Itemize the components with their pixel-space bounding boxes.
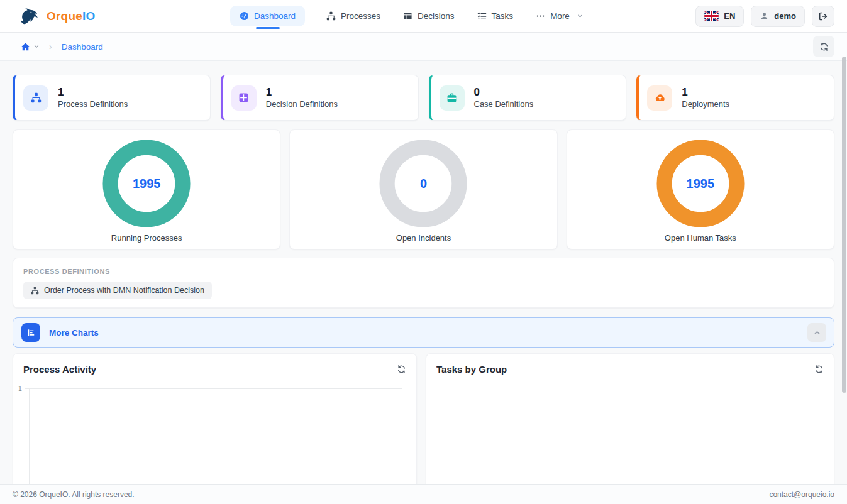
sitemap-icon	[326, 11, 336, 21]
tasks-by-group-panel: Tasks by Group	[426, 353, 834, 504]
stat-value: 1	[682, 85, 729, 99]
sitemap-icon	[31, 287, 39, 295]
home-chevron-down-icon[interactable]	[33, 43, 40, 50]
header-actions: EN demo	[695, 6, 834, 27]
brand-name: OrqueIO	[47, 9, 95, 23]
stat-label: Deployments	[682, 99, 729, 110]
gridline	[25, 388, 402, 389]
more-charts-label: More Charts	[49, 328, 99, 337]
nav-tab-processes[interactable]: Processes	[325, 6, 382, 26]
nav-tab-label: More	[550, 11, 570, 21]
briefcase-icon	[440, 85, 465, 111]
gauge-label: Open Incidents	[396, 233, 451, 243]
logout-button[interactable]	[812, 6, 834, 27]
sitemap-icon	[23, 85, 48, 111]
charts-row: Process Activity 1 Tasks by Group	[13, 353, 834, 504]
copyright-text: © 2026 OrqueIO. All rights reserved.	[13, 490, 135, 499]
donut-chart: 1995	[102, 140, 191, 227]
nav-tab-tasks[interactable]: Tasks	[476, 6, 515, 26]
refresh-icon[interactable]	[814, 364, 824, 374]
stat-cards-row: 1 Process Definitions 1 Decision Definit…	[13, 75, 834, 121]
gauge-label: Running Processes	[111, 233, 182, 243]
breadcrumb: › Dashboard	[0, 33, 847, 61]
process-definition-chip[interactable]: Order Process with DMN Notification Deci…	[23, 282, 212, 299]
language-label: EN	[724, 11, 735, 21]
donut-chart: 0	[379, 140, 467, 227]
nav-tab-dashboard[interactable]: Dashboard	[230, 6, 305, 26]
breadcrumb-separator: ›	[49, 41, 52, 52]
orca-icon	[19, 6, 43, 27]
chevron-down-icon	[577, 13, 584, 19]
nav-tab-decisions[interactable]: Decisions	[402, 6, 456, 26]
scrollbar[interactable]	[842, 57, 846, 393]
list-check-icon	[477, 11, 487, 21]
table-icon	[403, 11, 412, 21]
process-definitions-panel: PROCESS DEFINITIONS Order Process with D…	[13, 258, 834, 308]
process-definition-name: Order Process with DMN Notification Deci…	[44, 286, 204, 295]
stat-value: 1	[58, 85, 128, 99]
collapse-button[interactable]	[807, 323, 826, 342]
language-button[interactable]: EN	[695, 6, 744, 27]
nav-tab-label: Decisions	[418, 11, 455, 21]
y-axis-tick: 1	[18, 385, 22, 392]
contact-link[interactable]: contact@orqueio.io	[769, 490, 834, 499]
more-charts-toggle[interactable]: More Charts	[13, 317, 834, 348]
main-nav: Dashboard Processes Decisions Tasks More	[230, 0, 585, 32]
username-label: demo	[774, 11, 796, 21]
stat-card-deployments[interactable]: 1 Deployments	[636, 75, 834, 121]
gauge-icon	[240, 11, 249, 21]
stat-value: 1	[266, 85, 338, 99]
gauges-row: 1995 Running Processes 0 Open Incidents …	[13, 129, 834, 249]
chevron-up-icon	[813, 329, 821, 337]
gauge-label: Open Human Tasks	[665, 233, 736, 243]
ellipsis-icon	[536, 11, 545, 21]
gauge-value: 1995	[656, 140, 745, 227]
table-cells-icon	[231, 85, 257, 111]
page-refresh-button[interactable]	[813, 36, 834, 57]
dashboard-content: 1 Process Definitions 1 Decision Definit…	[0, 61, 847, 504]
section-title: PROCESS DEFINITIONS	[23, 268, 824, 275]
nav-tab-label: Processes	[341, 11, 380, 21]
user-icon	[760, 11, 769, 21]
donut-chart: 1995	[656, 140, 745, 227]
user-menu-button[interactable]: demo	[751, 6, 805, 27]
nav-tab-more[interactable]: More	[534, 6, 585, 26]
gauge-open-human-tasks[interactable]: 1995 Open Human Tasks	[567, 129, 834, 249]
panel-title: Process Activity	[23, 364, 96, 375]
top-navbar: OrqueIO Dashboard Processes Decisions Ta…	[0, 0, 847, 33]
panel-header: Tasks by Group	[426, 354, 834, 385]
cloud-upload-icon	[647, 85, 672, 111]
stat-card-case-definitions[interactable]: 0 Case Definitions	[429, 75, 627, 121]
gauge-value: 1995	[102, 140, 191, 227]
stat-label: Case Definitions	[474, 99, 534, 110]
stat-label: Process Definitions	[58, 99, 128, 110]
brand-logo[interactable]: OrqueIO	[19, 6, 95, 27]
stat-card-decision-definitions[interactable]: 1 Decision Definitions	[221, 75, 419, 121]
gauge-open-incidents[interactable]: 0 Open Incidents	[289, 129, 557, 249]
gauge-running-processes[interactable]: 1995 Running Processes	[13, 129, 280, 249]
uk-flag-icon	[704, 11, 719, 21]
panel-header: Process Activity	[13, 354, 416, 385]
refresh-icon[interactable]	[397, 364, 406, 374]
panel-title: Tasks by Group	[436, 364, 507, 375]
footer: © 2026 OrqueIO. All rights reserved. con…	[0, 484, 847, 504]
sign-out-icon	[818, 11, 828, 21]
stat-value: 0	[474, 85, 534, 99]
bar-chart-icon	[21, 323, 40, 342]
stat-label: Decision Definitions	[266, 99, 338, 110]
breadcrumb-current[interactable]: Dashboard	[62, 42, 103, 52]
stat-card-process-definitions[interactable]: 1 Process Definitions	[13, 75, 211, 121]
nav-tab-label: Tasks	[492, 11, 514, 21]
nav-tab-label: Dashboard	[254, 11, 296, 21]
process-activity-panel: Process Activity 1	[13, 353, 417, 504]
gauge-value: 0	[379, 140, 467, 227]
home-icon[interactable]	[21, 42, 30, 52]
